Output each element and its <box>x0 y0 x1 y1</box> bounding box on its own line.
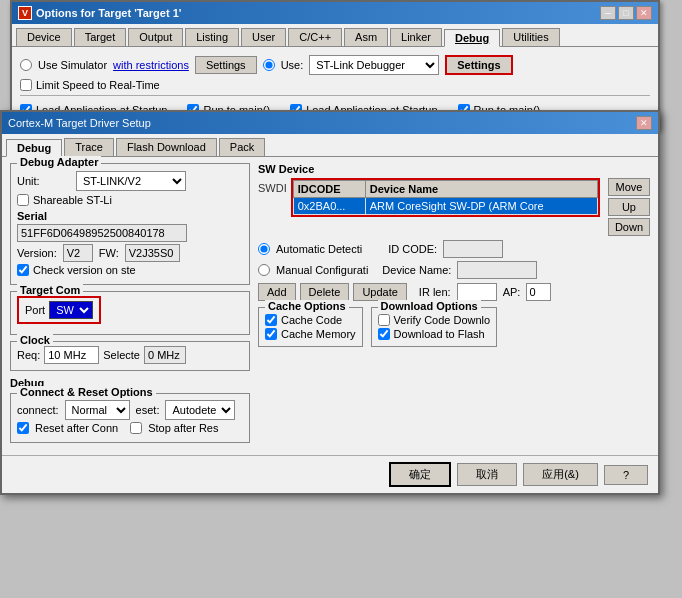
connect-reset-label: Connect & Reset Options <box>17 386 156 398</box>
check-version-check[interactable] <box>17 264 29 276</box>
fg-win-buttons: ✕ <box>636 116 652 130</box>
connect-reset-group: Connect & Reset Options connect: Normal … <box>10 393 250 443</box>
bg-minimize-btn[interactable]: ─ <box>600 6 616 20</box>
fg-title-text: Cortex-M Target Driver Setup <box>8 117 151 129</box>
fg-window: Cortex-M Target Driver Setup ✕ Debug Tra… <box>0 110 660 495</box>
ap-input[interactable] <box>526 283 551 301</box>
manual-config-radio[interactable] <box>258 264 270 276</box>
restrictions-link[interactable]: with restrictions <box>113 59 189 71</box>
connect-select[interactable]: Normal <box>65 400 130 420</box>
use-simulator-label: Use Simulator <box>38 59 107 71</box>
shareable-row: Shareable ST-Li <box>17 194 243 206</box>
right-panel: SW Device SWDI IDCODE Device Name <box>258 163 650 449</box>
stop-after-label: Stop after Res <box>148 422 218 434</box>
debug-adapter-label: Debug Adapter <box>17 156 101 168</box>
bg-maximize-btn[interactable]: □ <box>618 6 634 20</box>
shareable-check[interactable] <box>17 194 29 206</box>
move-btn[interactable]: Move <box>608 178 650 196</box>
download-options-label: Download Options <box>378 300 481 312</box>
use-radio[interactable] <box>263 59 275 71</box>
side-buttons: Move Up Down <box>608 178 650 236</box>
stop-after-check[interactable] <box>130 422 142 434</box>
ir-len-input[interactable] <box>457 283 497 301</box>
limit-speed-row: Limit Speed to Real-Time <box>20 79 650 91</box>
unit-select[interactable]: ST-LINK/V2 <box>76 171 186 191</box>
tab-output[interactable]: Output <box>128 28 183 46</box>
shareable-label: Shareable ST-Li <box>33 194 112 206</box>
down-btn[interactable]: Down <box>608 218 650 236</box>
id-code-label: ID CODE: <box>388 243 437 255</box>
manual-config-row: Manual Configurati Device Name: <box>258 261 650 279</box>
ir-row: IR len: AP: <box>419 283 552 301</box>
tab-linker[interactable]: Linker <box>390 28 442 46</box>
unit-label: Unit: <box>17 175 72 187</box>
cache-memory-check[interactable] <box>265 328 277 340</box>
tab-listing[interactable]: Listing <box>185 28 239 46</box>
device-table: IDCODE Device Name 0x2BA0... ARM CoreSig… <box>293 180 598 215</box>
fw-input[interactable] <box>125 244 180 262</box>
req-input[interactable] <box>44 346 99 364</box>
cache-options-label: Cache Options <box>265 300 349 312</box>
cache-memory-row: Cache Memory <box>265 328 356 340</box>
help-btn[interactable]: 应用(&) <box>523 463 598 486</box>
reset-after-label: Reset after Conn <box>35 422 118 434</box>
limit-speed-label: Limit Speed to Real-Time <box>36 79 160 91</box>
bg-close-btn[interactable]: ✕ <box>636 6 652 20</box>
swdi-row: SWDI IDCODE Device Name 0x2BA0... <box>258 178 650 236</box>
tab-debug[interactable]: Debug <box>444 29 500 47</box>
serial-input[interactable] <box>17 224 187 242</box>
reset-label: eset: <box>136 404 160 416</box>
ok-btn[interactable]: 确定 <box>389 462 451 487</box>
tab-user[interactable]: User <box>241 28 286 46</box>
req-row: Req: Selecte <box>17 346 243 364</box>
debug-adapter-group: Debug Adapter Unit: ST-LINK/V2 Shareable… <box>10 163 250 285</box>
tab-utilities[interactable]: Utilities <box>502 28 559 46</box>
verify-check[interactable] <box>378 314 390 326</box>
fg-close-btn[interactable]: ✕ <box>636 116 652 130</box>
use-simulator-radio[interactable] <box>20 59 32 71</box>
port-label: Port <box>25 304 45 316</box>
tab-device[interactable]: Device <box>16 28 72 46</box>
col-device-name: Device Name <box>365 181 597 198</box>
cancel-btn[interactable]: 取消 <box>457 463 517 486</box>
bg-title-bar: V Options for Target 'Target 1' ─ □ ✕ <box>12 2 658 24</box>
tab-asm[interactable]: Asm <box>344 28 388 46</box>
bg-title-text: Options for Target 'Target 1' <box>36 7 600 19</box>
version-input[interactable] <box>63 244 93 262</box>
sw-device-label: SW Device <box>258 163 650 175</box>
question-btn[interactable]: ? <box>604 465 648 485</box>
reset-after-check[interactable] <box>17 422 29 434</box>
device-name-input[interactable] <box>457 261 537 279</box>
port-row: Port SW <box>17 296 101 324</box>
up-btn[interactable]: Up <box>608 198 650 216</box>
download-flash-check[interactable] <box>378 328 390 340</box>
simulator-row: Use Simulator with restrictions Settings… <box>20 55 650 75</box>
simulator-settings-btn[interactable]: Settings <box>195 56 257 74</box>
id-code-input[interactable] <box>443 240 503 258</box>
update-btn[interactable]: Update <box>353 283 406 301</box>
cell-idcode: 0x2BA0... <box>293 198 365 215</box>
download-to-flash-row: Download to Flash <box>378 328 491 340</box>
reset-select[interactable]: Autodetect <box>165 400 235 420</box>
delete-btn[interactable]: Delete <box>300 283 350 301</box>
tab-target[interactable]: Target <box>74 28 127 46</box>
table-row[interactable]: 0x2BA0... ARM CoreSight SW-DP (ARM Core <box>293 198 597 215</box>
tab-cc[interactable]: C/C++ <box>288 28 342 46</box>
port-select[interactable]: SW <box>49 301 93 319</box>
auto-detect-radio[interactable] <box>258 243 270 255</box>
download-flash-label: Download to Flash <box>394 328 485 340</box>
manual-config-label: Manual Configurati <box>276 264 368 276</box>
swdio-label: SWDI <box>258 182 287 194</box>
debugger-select[interactable]: ST-Link Debugger <box>309 55 439 75</box>
debugger-settings-btn[interactable]: Settings <box>445 55 512 75</box>
req-label: Req: <box>17 349 40 361</box>
fg-tab-flash[interactable]: Flash Download <box>116 138 217 156</box>
cache-code-check[interactable] <box>265 314 277 326</box>
limit-speed-check[interactable] <box>20 79 32 91</box>
fg-tab-pack[interactable]: Pack <box>219 138 265 156</box>
clock-group: Clock Req: Selecte <box>10 341 250 371</box>
selected-input[interactable] <box>144 346 186 364</box>
add-btn[interactable]: Add <box>258 283 296 301</box>
fg-tab-trace[interactable]: Trace <box>64 138 114 156</box>
fg-tab-debug[interactable]: Debug <box>6 139 62 157</box>
